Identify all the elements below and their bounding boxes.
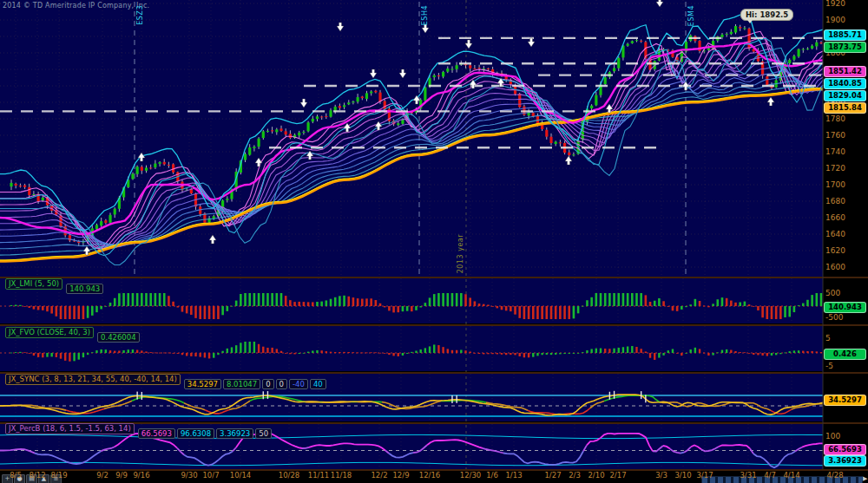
indicator-label[interactable]: JX_SYNC (3, 8, 13, 21, 34, 55, 40, -40, … — [5, 374, 181, 385]
indicator-label[interactable]: JX_LMI (5, 50) — [5, 278, 62, 290]
indicator-value-chip: 140.943 — [66, 284, 103, 294]
price-axis-tick: 1920 — [825, 0, 845, 8]
pane-axis-tick: -5 — [825, 362, 833, 370]
chart-canvas[interactable] — [0, 0, 868, 483]
date-tick: 4/28 — [820, 471, 850, 480]
contract-roll-label: ESZ3 — [136, 5, 144, 25]
indicator-value-bubble: 0.426 — [824, 349, 866, 360]
indicator-value-chip: 96.6308 — [177, 428, 214, 439]
date-tick: 10/14 — [226, 471, 255, 480]
pane-axis-tick: 500 — [825, 289, 840, 297]
indicator-value-chip: 50 — [255, 428, 272, 439]
contract-roll-label: ESM4 — [687, 5, 695, 26]
indicator-value-chip: 34.5297 — [184, 379, 221, 389]
price-axis-tick: 1900 — [825, 16, 845, 24]
date-tick: 12/16 — [415, 471, 444, 480]
price-axis-tick: 1600 — [825, 263, 845, 271]
indicator-value-chip: 40 — [310, 379, 326, 389]
date-tick: 12/9 — [386, 471, 416, 480]
high-price-callout: Hi: 1892.5 — [740, 9, 793, 21]
indicator-header-lmi[interactable]: JX_LMI (5, 50)140.943 — [5, 278, 103, 289]
chart-window: 2014 © TD Ameritrade IP Company, Inc. Hi… — [0, 0, 868, 483]
indicator-value-chip: 0 — [276, 379, 287, 389]
date-tick: 4/14 — [777, 471, 806, 480]
indicator-value-chip: 66.5693 — [138, 428, 175, 439]
price-axis-tick: 1660 — [825, 213, 845, 222]
price-axis-tick: 1640 — [825, 230, 845, 238]
copyright-text: 2014 © TD Ameritrade IP Company, Inc. — [3, 2, 149, 10]
date-tick: 3/17 — [690, 471, 720, 480]
indicator-value-bubble: 34.5297 — [824, 395, 866, 406]
contract-roll-label: ESH4 — [421, 5, 429, 25]
price-bubble: 1815.84 — [824, 102, 866, 114]
indicator-label[interactable]: JX_PercB (18, 6, 1.5, -1.5, 63, 14) — [5, 423, 135, 434]
date-tick: 2/17 — [603, 471, 633, 480]
indicator-value-chip: 0 — [262, 379, 273, 389]
indicator-label[interactable]: JX_FVO (CLOSE, 40, 3) — [5, 327, 94, 338]
date-tick: 9/16 — [127, 471, 156, 480]
price-axis-tick: 1680 — [825, 197, 845, 206]
price-axis-tick: 1720 — [825, 164, 845, 173]
indicator-value-bubble: 66.5693 — [824, 444, 866, 455]
price-axis-tick: 1760 — [825, 131, 845, 140]
year-marker-label: 2013 year — [457, 234, 464, 273]
indicator-values: 34.52978.0104700-4040 — [182, 374, 326, 384]
price-bubble: 1885.71 — [824, 29, 866, 41]
pane-axis-tick: 100 — [825, 432, 840, 441]
price-bubble: 1840.85 — [824, 78, 866, 89]
pane-axis-tick: -500 — [825, 313, 843, 322]
indicator-value-chip: 8.01047 — [223, 379, 260, 389]
play-forward-icon[interactable]: ▶ — [863, 475, 867, 482]
date-tick: 11/18 — [326, 471, 356, 480]
date-tick: 10/7 — [196, 471, 226, 480]
pane-axis-tick: 5 — [825, 334, 831, 343]
date-tick: 8/19 — [44, 471, 74, 480]
date-tick: 10/28 — [274, 471, 304, 480]
price-axis-tick: 1780 — [825, 114, 845, 123]
indicator-value-chip: 0.426004 — [97, 332, 140, 343]
indicator-values: 66.569396.63083.3692350 — [136, 423, 272, 434]
price-bubble: 1851.42 — [824, 66, 866, 77]
indicator-values: 0.426004 — [95, 327, 140, 337]
price-bubble: 1829.04 — [824, 90, 866, 101]
date-tick: 1/13 — [499, 471, 529, 480]
indicator-value-bubble: 3.36923 — [824, 455, 866, 467]
price-axis-tick: 1700 — [825, 180, 845, 189]
price-axis-tick: 1620 — [825, 246, 845, 255]
indicator-value-chip: 3.36923 — [216, 428, 253, 439]
indicator-value-chip: -40 — [289, 379, 308, 389]
indicator-header-fvo[interactable]: JX_FVO (CLOSE, 40, 3)0.426004 — [5, 327, 140, 337]
price-axis-tick: 1740 — [825, 147, 845, 156]
price-bubble: 1873.75 — [824, 42, 866, 53]
indicator-header-sync[interactable]: JX_SYNC (3, 8, 13, 21, 34, 55, 40, -40, … — [5, 374, 326, 384]
indicator-value-bubble: 140.943 — [824, 302, 866, 313]
indicator-values: 140.943 — [64, 278, 103, 289]
scroll-corner-controls: ▶ ⇕ — [863, 475, 868, 482]
indicator-header-percb[interactable]: JX_PercB (18, 6, 1.5, -1.5, 63, 14)66.56… — [5, 423, 272, 434]
